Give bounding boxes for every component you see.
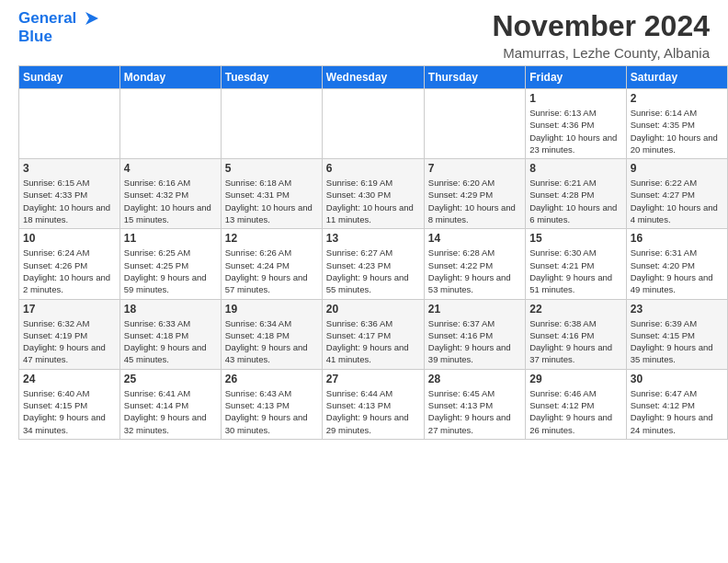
day-info: Sunrise: 6:38 AM Sunset: 4:16 PM Dayligh… bbox=[529, 317, 621, 366]
calendar-day: 26Sunrise: 6:43 AM Sunset: 4:13 PM Dayli… bbox=[221, 369, 322, 439]
day-number: 3 bbox=[23, 162, 116, 175]
calendar-day: 7Sunrise: 6:20 AM Sunset: 4:29 PM Daylig… bbox=[424, 159, 525, 229]
calendar-container: Sunday Monday Tuesday Wednesday Thursday… bbox=[0, 65, 728, 444]
day-number: 6 bbox=[326, 162, 420, 175]
day-number: 5 bbox=[225, 162, 318, 175]
day-number: 12 bbox=[225, 232, 318, 245]
day-number: 29 bbox=[529, 373, 621, 385]
calendar-day: 27Sunrise: 6:44 AM Sunset: 4:13 PM Dayli… bbox=[322, 369, 424, 439]
day-info: Sunrise: 6:31 AM Sunset: 4:20 PM Dayligh… bbox=[631, 247, 723, 295]
day-number: 1 bbox=[529, 92, 621, 105]
day-info: Sunrise: 6:46 AM Sunset: 4:12 PM Dayligh… bbox=[529, 387, 621, 436]
day-number: 20 bbox=[326, 303, 420, 316]
col-sunday: Sunday bbox=[19, 66, 120, 89]
day-info: Sunrise: 6:20 AM Sunset: 4:29 PM Dayligh… bbox=[428, 177, 521, 225]
day-info: Sunrise: 6:26 AM Sunset: 4:24 PM Dayligh… bbox=[225, 247, 318, 295]
day-number: 16 bbox=[631, 232, 723, 245]
day-info: Sunrise: 6:33 AM Sunset: 4:18 PM Dayligh… bbox=[124, 317, 217, 366]
calendar-day: 5Sunrise: 6:18 AM Sunset: 4:31 PM Daylig… bbox=[221, 159, 322, 229]
day-number: 23 bbox=[631, 303, 723, 316]
calendar-day: 2Sunrise: 6:14 AM Sunset: 4:35 PM Daylig… bbox=[626, 89, 727, 159]
month-title: November 2024 bbox=[492, 9, 710, 43]
calendar-day: 29Sunrise: 6:46 AM Sunset: 4:12 PM Dayli… bbox=[526, 369, 626, 439]
calendar-day: 4Sunrise: 6:16 AM Sunset: 4:32 PM Daylig… bbox=[119, 159, 221, 229]
day-number: 14 bbox=[428, 232, 521, 245]
day-number: 13 bbox=[326, 232, 420, 245]
calendar-week-row: 24Sunrise: 6:40 AM Sunset: 4:15 PM Dayli… bbox=[19, 369, 728, 439]
day-number: 28 bbox=[428, 373, 521, 385]
calendar-day: 28Sunrise: 6:45 AM Sunset: 4:13 PM Dayli… bbox=[424, 369, 525, 439]
calendar-header-row: Sunday Monday Tuesday Wednesday Thursday… bbox=[19, 66, 728, 89]
calendar-table: Sunday Monday Tuesday Wednesday Thursday… bbox=[18, 65, 728, 440]
day-info: Sunrise: 6:40 AM Sunset: 4:15 PM Dayligh… bbox=[23, 387, 116, 436]
day-number: 8 bbox=[529, 162, 621, 175]
day-number: 15 bbox=[529, 232, 621, 245]
title-area: November 2024 Mamurras, Lezhe County, Al… bbox=[492, 9, 710, 61]
logo-general: General bbox=[18, 9, 76, 28]
day-info: Sunrise: 6:24 AM Sunset: 4:26 PM Dayligh… bbox=[23, 247, 116, 295]
calendar-day: 20Sunrise: 6:36 AM Sunset: 4:17 PM Dayli… bbox=[322, 299, 424, 369]
day-info: Sunrise: 6:21 AM Sunset: 4:28 PM Dayligh… bbox=[529, 177, 621, 225]
day-number: 9 bbox=[631, 162, 723, 175]
day-info: Sunrise: 6:28 AM Sunset: 4:22 PM Dayligh… bbox=[428, 247, 521, 295]
calendar-day: 6Sunrise: 6:19 AM Sunset: 4:30 PM Daylig… bbox=[322, 159, 424, 229]
day-number: 21 bbox=[428, 303, 521, 316]
logo: General Blue bbox=[18, 9, 98, 47]
day-number: 2 bbox=[631, 92, 723, 105]
calendar-day bbox=[119, 89, 221, 159]
col-tuesday: Tuesday bbox=[221, 66, 322, 89]
calendar-day bbox=[19, 89, 120, 159]
day-info: Sunrise: 6:45 AM Sunset: 4:13 PM Dayligh… bbox=[428, 387, 521, 436]
header: General Blue November 2024 Mamurras, Lez… bbox=[0, 0, 728, 65]
day-number: 11 bbox=[124, 232, 217, 245]
day-number: 22 bbox=[529, 303, 621, 316]
day-info: Sunrise: 6:37 AM Sunset: 4:16 PM Dayligh… bbox=[428, 317, 521, 366]
day-info: Sunrise: 6:19 AM Sunset: 4:30 PM Dayligh… bbox=[326, 177, 420, 225]
calendar-day: 13Sunrise: 6:27 AM Sunset: 4:23 PM Dayli… bbox=[322, 229, 424, 299]
calendar-day: 18Sunrise: 6:33 AM Sunset: 4:18 PM Dayli… bbox=[119, 299, 221, 369]
day-info: Sunrise: 6:32 AM Sunset: 4:19 PM Dayligh… bbox=[23, 317, 116, 366]
logo-bird-icon bbox=[78, 10, 98, 27]
day-info: Sunrise: 6:18 AM Sunset: 4:31 PM Dayligh… bbox=[225, 177, 318, 225]
day-info: Sunrise: 6:30 AM Sunset: 4:21 PM Dayligh… bbox=[529, 247, 621, 295]
day-info: Sunrise: 6:41 AM Sunset: 4:14 PM Dayligh… bbox=[124, 387, 217, 436]
calendar-week-row: 10Sunrise: 6:24 AM Sunset: 4:26 PM Dayli… bbox=[19, 229, 728, 299]
calendar-day: 9Sunrise: 6:22 AM Sunset: 4:27 PM Daylig… bbox=[626, 159, 727, 229]
day-number: 7 bbox=[428, 162, 521, 175]
calendar-day: 30Sunrise: 6:47 AM Sunset: 4:12 PM Dayli… bbox=[626, 369, 727, 439]
calendar-day: 3Sunrise: 6:15 AM Sunset: 4:33 PM Daylig… bbox=[19, 159, 120, 229]
day-number: 18 bbox=[124, 303, 217, 316]
col-monday: Monday bbox=[119, 66, 221, 89]
calendar-day: 1Sunrise: 6:13 AM Sunset: 4:36 PM Daylig… bbox=[526, 89, 626, 159]
calendar-week-row: 3Sunrise: 6:15 AM Sunset: 4:33 PM Daylig… bbox=[19, 159, 728, 229]
day-info: Sunrise: 6:22 AM Sunset: 4:27 PM Dayligh… bbox=[631, 177, 723, 225]
calendar-day: 17Sunrise: 6:32 AM Sunset: 4:19 PM Dayli… bbox=[19, 299, 120, 369]
calendar-day: 22Sunrise: 6:38 AM Sunset: 4:16 PM Dayli… bbox=[526, 299, 626, 369]
day-number: 17 bbox=[23, 303, 116, 316]
day-info: Sunrise: 6:27 AM Sunset: 4:23 PM Dayligh… bbox=[326, 247, 420, 295]
svg-marker-0 bbox=[85, 12, 98, 25]
day-number: 4 bbox=[124, 162, 217, 175]
calendar-day: 12Sunrise: 6:26 AM Sunset: 4:24 PM Dayli… bbox=[221, 229, 322, 299]
col-wednesday: Wednesday bbox=[322, 66, 424, 89]
day-number: 30 bbox=[631, 373, 723, 385]
col-thursday: Thursday bbox=[424, 66, 525, 89]
day-info: Sunrise: 6:16 AM Sunset: 4:32 PM Dayligh… bbox=[124, 177, 217, 225]
day-number: 10 bbox=[23, 232, 116, 245]
calendar-day: 16Sunrise: 6:31 AM Sunset: 4:20 PM Dayli… bbox=[626, 229, 727, 299]
day-info: Sunrise: 6:39 AM Sunset: 4:15 PM Dayligh… bbox=[631, 317, 723, 366]
calendar-day: 24Sunrise: 6:40 AM Sunset: 4:15 PM Dayli… bbox=[19, 369, 120, 439]
calendar-day bbox=[424, 89, 525, 159]
calendar-day: 21Sunrise: 6:37 AM Sunset: 4:16 PM Dayli… bbox=[424, 299, 525, 369]
day-number: 19 bbox=[225, 303, 318, 316]
day-info: Sunrise: 6:34 AM Sunset: 4:18 PM Dayligh… bbox=[225, 317, 318, 366]
calendar-day: 15Sunrise: 6:30 AM Sunset: 4:21 PM Dayli… bbox=[526, 229, 626, 299]
day-number: 24 bbox=[23, 373, 116, 385]
calendar-week-row: 1Sunrise: 6:13 AM Sunset: 4:36 PM Daylig… bbox=[19, 89, 728, 159]
calendar-day: 10Sunrise: 6:24 AM Sunset: 4:26 PM Dayli… bbox=[19, 229, 120, 299]
day-info: Sunrise: 6:47 AM Sunset: 4:12 PM Dayligh… bbox=[631, 387, 723, 436]
calendar-week-row: 17Sunrise: 6:32 AM Sunset: 4:19 PM Dayli… bbox=[19, 299, 728, 369]
day-info: Sunrise: 6:25 AM Sunset: 4:25 PM Dayligh… bbox=[124, 247, 217, 295]
calendar-day: 23Sunrise: 6:39 AM Sunset: 4:15 PM Dayli… bbox=[626, 299, 727, 369]
day-number: 26 bbox=[225, 373, 318, 385]
